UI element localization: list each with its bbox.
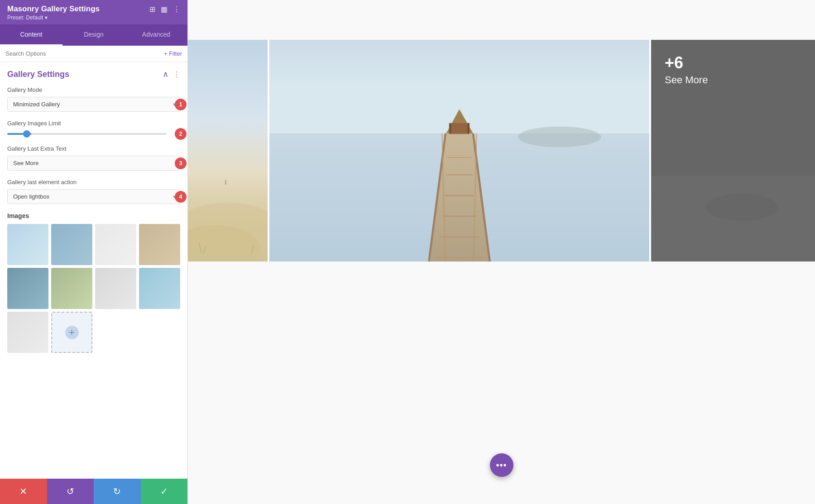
images-label: Images <box>7 212 180 219</box>
collapse-icon[interactable]: ∧ <box>163 69 168 79</box>
gallery-last-extra-text-input[interactable] <box>7 156 180 171</box>
image-thumb-3[interactable] <box>95 224 136 265</box>
save-button[interactable]: ✓ <box>141 479 188 504</box>
image-thumb-5[interactable] <box>7 268 48 309</box>
section-controls: ∧ ⋮ <box>163 69 180 79</box>
gallery-last-extra-text-label: Gallery Last Extra Text <box>7 145 180 152</box>
filter-button[interactable]: + Filter <box>164 50 182 57</box>
gallery-image-1[interactable] <box>188 40 268 262</box>
image-thumb-2[interactable] <box>51 224 92 265</box>
sidebar-content: Gallery Settings ∧ ⋮ Gallery Mode Minimi… <box>0 62 187 479</box>
image-thumb-6[interactable] <box>51 268 92 309</box>
gallery-mode-label: Gallery Mode <box>7 86 180 93</box>
add-icon: + <box>65 326 79 339</box>
section-title: Gallery Settings <box>7 70 69 79</box>
images-grid: + <box>7 224 180 353</box>
gallery-last-extra-text-field: Gallery Last Extra Text 3 <box>7 145 180 171</box>
overlay-text: See More <box>665 74 801 86</box>
gallery-last-element-action-label: Gallery last element action <box>7 179 180 185</box>
image-thumb-8[interactable] <box>139 268 180 309</box>
gallery-overlay: +6 See More <box>651 40 815 262</box>
search-bar: + Filter <box>0 46 187 62</box>
layout-icon[interactable]: ▦ <box>161 5 168 14</box>
svg-line-6 <box>251 246 254 255</box>
tab-bar: Content Design Advanced <box>0 24 187 46</box>
gallery-images-limit-wrapper: 3 2 <box>7 130 180 137</box>
app-title: Masonry Gallery Settings <box>7 5 100 14</box>
gallery-mode-field: Gallery Mode Minimized Gallery Full Gall… <box>7 86 180 112</box>
tab-design[interactable]: Design <box>62 24 125 46</box>
tab-advanced[interactable]: Advanced <box>125 24 187 46</box>
gallery-mode-wrapper: Minimized Gallery Full Gallery Grid Gall… <box>7 97 180 112</box>
svg-point-2 <box>188 225 260 262</box>
redo-button[interactable]: ↻ <box>94 479 141 504</box>
fab-dots-icon: ••• <box>496 460 507 471</box>
fab-button[interactable]: ••• <box>490 453 513 477</box>
image-thumb-1[interactable] <box>7 224 48 265</box>
gallery-last-element-action-wrapper: Open lightbox Open URL None ▾ 4 <box>7 189 180 204</box>
main-content: +6 See More ••• <box>188 0 815 504</box>
gallery-grid: +6 See More <box>188 40 815 262</box>
cancel-button[interactable]: ✕ <box>0 479 47 504</box>
svg-point-9 <box>518 127 601 147</box>
header-icons: ⊞ ▦ ⋮ <box>149 5 180 14</box>
svg-rect-0 <box>188 40 268 262</box>
sidebar-footer: ✕ ↺ ↻ ✓ <box>0 479 187 504</box>
tab-content[interactable]: Content <box>0 24 62 46</box>
undo-button[interactable]: ↺ <box>47 479 94 504</box>
gallery-last-extra-text-badge: 3 <box>175 157 187 169</box>
gallery-images-limit-badge: 2 <box>175 128 187 140</box>
section-menu-icon[interactable]: ⋮ <box>173 70 180 79</box>
image-thumb-4[interactable] <box>139 224 180 265</box>
gallery-last-element-action-select[interactable]: Open lightbox Open URL None <box>7 189 180 204</box>
gallery-mode-select[interactable]: Minimized Gallery Full Gallery Grid Gall… <box>7 97 180 112</box>
section-header: Gallery Settings ∧ ⋮ <box>7 69 180 79</box>
gallery-last-extra-text-wrapper: 3 <box>7 156 180 171</box>
gallery-images-limit-label: Gallery Images Limit <box>7 120 180 127</box>
svg-rect-20 <box>449 123 470 134</box>
focus-icon[interactable]: ⊞ <box>149 5 155 14</box>
overlay-count: +6 <box>665 53 801 72</box>
gallery-images-limit-slider[interactable] <box>7 133 167 135</box>
gallery-last-element-action-field: Gallery last element action Open lightbo… <box>7 179 180 204</box>
sidebar: Masonry Gallery Settings ⊞ ▦ ⋮ Preset: D… <box>0 0 188 504</box>
preset-label[interactable]: Preset: Default ▾ <box>7 14 180 21</box>
svg-point-1 <box>188 203 268 257</box>
images-section: Images + <box>7 212 180 353</box>
gallery-images-limit-field: Gallery Images Limit 3 2 <box>7 120 180 137</box>
svg-rect-3 <box>225 180 226 185</box>
svg-line-5 <box>204 246 206 253</box>
gallery-mode-badge: 1 <box>175 99 187 110</box>
more-icon[interactable]: ⋮ <box>173 5 180 14</box>
gallery-image-3[interactable]: +6 See More <box>651 40 815 262</box>
image-thumb-9[interactable] <box>7 312 48 353</box>
sidebar-header: Masonry Gallery Settings ⊞ ▦ ⋮ Preset: D… <box>0 0 187 24</box>
image-thumb-7[interactable] <box>95 268 136 309</box>
gallery-image-2[interactable] <box>268 40 651 262</box>
add-image-button[interactable]: + <box>51 312 92 353</box>
gallery-last-element-action-badge: 4 <box>175 191 187 203</box>
svg-line-4 <box>199 243 201 252</box>
search-input[interactable] <box>5 50 160 57</box>
